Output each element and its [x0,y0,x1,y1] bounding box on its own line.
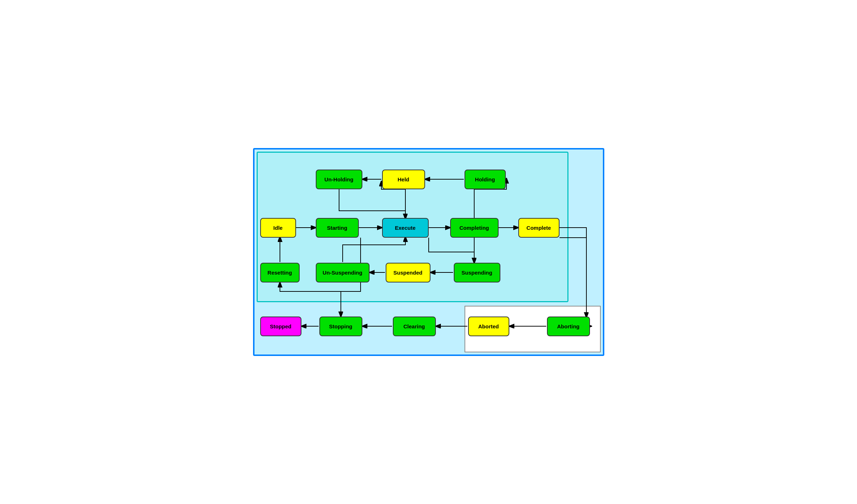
state-held: Held [382,170,425,189]
state-stopping: Stopping [319,317,362,336]
state-suspended: Suspended [386,263,430,282]
state-starting: Starting [316,218,359,238]
state-holding: Holding [465,170,506,189]
state-aborting: Aborting [547,317,590,336]
state-aborted: Aborted [468,317,509,336]
state-clearing: Clearing [393,317,436,336]
state-suspending: Suspending [454,263,500,282]
state-execute: Execute [382,218,429,238]
state-completing: Completing [450,218,499,238]
state-unholding: Un-Holding [316,170,362,189]
state-complete: Complete [518,218,560,238]
state-unsuspending: Un-Suspending [316,263,370,282]
state-resetting: Resetting [260,263,300,282]
diagram-wrapper: Idle Starting Execute Completing Complet… [253,148,604,356]
state-stopped: Stopped [260,317,301,336]
state-idle: Idle [260,218,296,238]
